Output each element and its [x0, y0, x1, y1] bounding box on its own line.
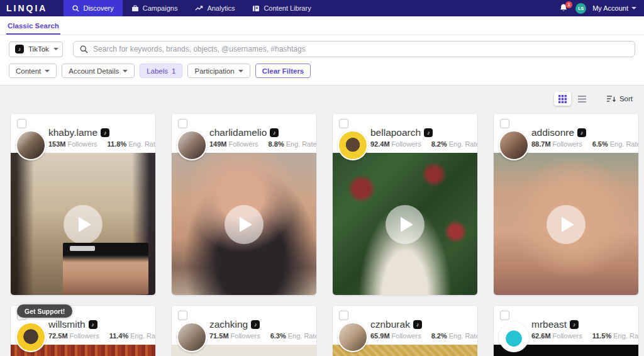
influencer-avatar[interactable] [16, 130, 46, 160]
eng-rate-label: Eng. Rate [449, 140, 478, 148]
linqia-logo[interactable]: LINQIA [0, 3, 55, 13]
card-checkbox[interactable] [500, 119, 509, 128]
influencer-card[interactable]: cznburak ♪ 65.9MFollowers 8.2%Eng. Rate [332, 305, 478, 356]
nav-item-content-library[interactable]: Content Library [243, 0, 319, 16]
influencer-stats: 71.5MFollowers 6.3%Eng. Rate [209, 332, 316, 340]
tab-classic-search[interactable]: Classic Search [6, 16, 60, 35]
filter-labels[interactable]: Labels 1 [140, 64, 182, 78]
influencer-card[interactable]: khaby.lame ♪ 153MFollowers 11.8%Eng. Rat… [10, 113, 156, 296]
influencer-stats: 88.7MFollowers 6.5%Eng. Rate [531, 140, 638, 148]
search-icon [72, 5, 79, 12]
influencer-username[interactable]: addisonre [531, 127, 574, 138]
influencer-avatar[interactable] [338, 130, 368, 160]
eng-rate-value: 6.3% [270, 332, 286, 340]
labels-count: 1 [172, 67, 175, 75]
influencer-username[interactable]: mrbeast [531, 319, 567, 330]
followers-count: 153M [48, 140, 66, 148]
eng-rate-value: 8.2% [431, 140, 447, 148]
influencer-card[interactable]: mrbeast ♪ 62.6MFollowers 11.5%Eng. Rate [493, 305, 639, 356]
nav-item-discovery[interactable]: Discovery [64, 0, 122, 16]
filter-account-details[interactable]: Account Details [62, 64, 135, 78]
card-checkbox[interactable] [17, 119, 26, 128]
get-support-button[interactable]: Get Support! [17, 304, 72, 318]
influencer-username[interactable]: zachking [209, 319, 248, 330]
followers-count: 72.5M [48, 332, 68, 340]
clear-filters-button[interactable]: Clear Filters [255, 64, 311, 78]
nav-item-label: Content Library [264, 4, 311, 12]
network-select[interactable]: ♪ TikTok [9, 42, 63, 57]
video-thumbnail[interactable] [333, 153, 477, 296]
influencer-card[interactable]: zachking ♪ 71.5MFollowers 6.3%Eng. Rate [171, 305, 317, 356]
search-bar [73, 41, 635, 57]
notifications-button[interactable]: 1 [559, 3, 569, 13]
tab-bar: Classic Search [0, 16, 644, 35]
influencer-username[interactable]: willsmith [48, 319, 86, 330]
chevron-down-icon [45, 70, 50, 72]
video-thumbnail[interactable] [11, 153, 155, 296]
card-checkbox[interactable] [178, 311, 187, 320]
card-checkbox[interactable] [178, 119, 187, 128]
grid-view-button[interactable] [554, 92, 571, 106]
account-avatar[interactable]: LS [575, 3, 586, 14]
video-thumbnail[interactable] [494, 153, 638, 296]
influencer-card[interactable]: addisonre ♪ 88.7MFollowers 6.5%Eng. Rate [493, 113, 639, 296]
video-thumbnail[interactable] [172, 153, 316, 296]
filter-content[interactable]: Content [9, 64, 57, 78]
search-input[interactable] [93, 45, 628, 53]
influencer-avatar[interactable] [338, 322, 368, 352]
view-toggle [554, 92, 591, 106]
nav-item-campaigns[interactable]: Campaigns [123, 0, 187, 16]
play-icon [562, 217, 574, 232]
nav-items: Discovery Campaigns Analytics Content Li… [64, 0, 319, 16]
filter-bar: Content Account Details Labels 1 Partici… [0, 62, 644, 86]
influencer-avatar[interactable] [177, 130, 207, 160]
nav-item-analytics[interactable]: Analytics [186, 0, 243, 16]
followers-label: Followers [70, 332, 99, 340]
play-button[interactable] [64, 205, 103, 244]
play-button[interactable] [386, 205, 425, 244]
card-header: zachking ♪ 71.5MFollowers 6.3%Eng. Rate [172, 306, 316, 345]
influencer-avatar[interactable] [177, 322, 207, 352]
card-checkbox[interactable] [339, 311, 348, 320]
card-checkbox[interactable] [500, 311, 509, 320]
influencer-card[interactable]: bellapoarch ♪ 92.4MFollowers 8.2%Eng. Ra… [332, 113, 478, 296]
play-icon [401, 217, 413, 232]
trend-icon [195, 5, 203, 11]
nav-item-label: Analytics [207, 4, 235, 12]
influencer-username[interactable]: charlidamelio [209, 127, 267, 138]
card-header: addisonre ♪ 88.7MFollowers 6.5%Eng. Rate [494, 114, 638, 153]
influencer-avatar[interactable] [499, 322, 529, 352]
filter-participation[interactable]: Participation [187, 64, 250, 78]
influencer-username[interactable]: bellapoarch [370, 127, 421, 138]
inset-video-caption [70, 246, 96, 251]
notification-badge: 1 [565, 1, 572, 8]
play-button[interactable] [225, 205, 264, 244]
followers-label: Followers [231, 332, 260, 340]
eng-rate-value: 8.8% [269, 140, 284, 148]
eng-rate-value: 6.5% [592, 140, 608, 148]
play-icon [240, 217, 252, 232]
followers-label: Followers [68, 140, 97, 148]
eng-rate-label: Eng. Rate [130, 332, 156, 340]
influencer-avatar[interactable] [16, 322, 46, 352]
followers-count: 92.4M [370, 140, 390, 148]
grid-icon [558, 95, 567, 103]
influencer-card[interactable]: charlidamelio ♪ 149MFollowers 8.8%Eng. R… [171, 113, 317, 296]
card-checkbox[interactable] [339, 119, 348, 128]
influencer-username[interactable]: khaby.lame [48, 127, 97, 138]
sort-button[interactable]: Sort [607, 95, 633, 103]
influencer-stats: 62.6MFollowers 11.5%Eng. Rate [531, 332, 638, 340]
followers-label: Followers [229, 140, 258, 148]
eng-rate-label: Eng. Rate [128, 140, 156, 148]
play-button[interactable] [547, 205, 586, 244]
influencer-avatar[interactable] [499, 130, 529, 160]
followers-count: 65.9M [370, 332, 390, 340]
influencer-username[interactable]: cznburak [370, 319, 410, 330]
eng-rate-value: 11.8% [108, 140, 127, 148]
list-view-button[interactable] [574, 92, 591, 106]
inset-video [63, 243, 148, 294]
list-icon [578, 96, 586, 103]
card-header: cznburak ♪ 65.9MFollowers 8.2%Eng. Rate [333, 306, 477, 345]
eng-rate-label: Eng. Rate [613, 332, 639, 340]
my-account-menu[interactable]: My Account [592, 4, 636, 12]
